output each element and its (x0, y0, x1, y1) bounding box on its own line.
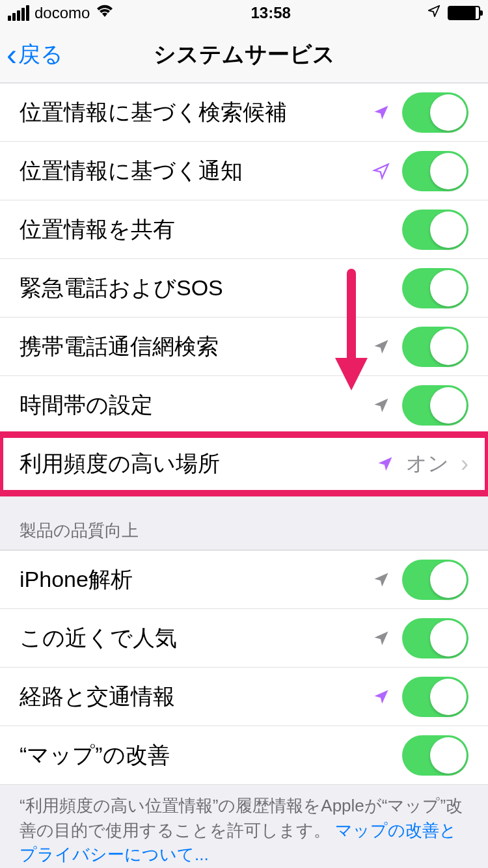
row-accessory (372, 560, 468, 600)
toggle-switch[interactable] (402, 618, 468, 658)
status-time: 13:58 (251, 4, 291, 22)
location-arrow-icon (372, 338, 390, 356)
chevron-left-icon: ‹ (7, 39, 17, 70)
status-bar: docomo 13:58 (0, 0, 488, 26)
location-arrow-icon (372, 103, 390, 122)
wifi-icon (95, 4, 115, 22)
toggle-switch[interactable] (402, 151, 468, 191)
row-significant-locations[interactable]: 利用頻度の高い場所 オン › (0, 435, 488, 493)
settings-group-2: iPhone解析 この近くで人気 経路と交通情報 “マップ”の改善 (0, 550, 488, 785)
settings-row[interactable]: この近くで人気 (0, 609, 488, 668)
toggle-switch[interactable] (402, 677, 468, 717)
row-accessory (402, 735, 468, 776)
toggle-switch[interactable] (402, 327, 468, 367)
signal-icon (8, 5, 29, 21)
status-right (427, 4, 480, 22)
row-label: 位置情報に基づく検索候補 (20, 98, 372, 128)
settings-row[interactable]: 経路と交通情報 (0, 668, 488, 726)
toggle-switch[interactable] (402, 268, 468, 308)
row-label: 経路と交通情報 (20, 682, 372, 712)
row-label: 位置情報を共有 (20, 215, 402, 245)
row-label: 時間帯の設定 (20, 390, 372, 420)
location-arrow-icon (372, 162, 390, 180)
settings-row[interactable]: 緊急電話およびSOS (0, 259, 488, 318)
settings-row[interactable]: “マップ”の改善 (0, 726, 488, 785)
row-accessory (402, 268, 468, 308)
settings-row[interactable]: 携帯電話通信網検索 (0, 318, 488, 376)
carrier-label: docomo (34, 4, 90, 22)
row-label: 緊急電話およびSOS (20, 273, 402, 303)
settings-row[interactable]: 位置情報に基づく通知 (0, 142, 488, 200)
row-label: “マップ”の改善 (20, 740, 402, 770)
back-label: 戻る (18, 40, 63, 70)
section-header-quality: 製品の品質向上 (0, 493, 488, 550)
settings-row[interactable]: iPhone解析 (0, 550, 488, 609)
row-label: この近くで人気 (20, 623, 372, 653)
location-arrow-icon (372, 396, 390, 414)
battery-icon (448, 6, 480, 20)
toggle-switch[interactable] (402, 735, 468, 776)
row-accessory (402, 210, 468, 250)
row-label: 位置情報に基づく通知 (20, 156, 372, 186)
row-accessory (372, 92, 468, 133)
location-arrow-icon (372, 688, 390, 706)
settings-row[interactable]: 位置情報を共有 (0, 200, 488, 259)
settings-group-1: 位置情報に基づく検索候補 位置情報に基づく通知 位置情報を共有 緊急電話およびS… (0, 83, 488, 435)
back-button[interactable]: ‹ 戻る (0, 39, 63, 70)
row-label: 利用頻度の高い場所 (20, 449, 376, 479)
location-arrow-icon (376, 455, 394, 473)
location-arrow-icon (372, 629, 390, 647)
row-accessory (372, 151, 468, 191)
row-accessory: オン › (376, 450, 468, 478)
chevron-right-icon: › (461, 450, 468, 478)
row-accessory (372, 677, 468, 717)
status-left: docomo (8, 4, 115, 22)
row-value: オン (406, 450, 449, 478)
location-status-icon (427, 4, 441, 22)
row-label: 携帯電話通信網検索 (20, 332, 372, 362)
row-accessory (372, 385, 468, 426)
settings-row[interactable]: 位置情報に基づく検索候補 (0, 83, 488, 142)
toggle-switch[interactable] (402, 385, 468, 426)
settings-row[interactable]: 時間帯の設定 (0, 376, 488, 435)
row-accessory (372, 618, 468, 658)
toggle-switch[interactable] (402, 560, 468, 600)
row-accessory (372, 327, 468, 367)
nav-bar: ‹ 戻る システムサービス (0, 26, 488, 83)
footer-text: “利用頻度の高い位置情報”の履歴情報をAppleが“マップ”改善の目的で使用する… (0, 785, 488, 868)
page-title: システムサービス (0, 40, 488, 70)
location-arrow-icon (372, 571, 390, 589)
toggle-switch[interactable] (402, 92, 468, 133)
toggle-switch[interactable] (402, 210, 468, 250)
row-label: iPhone解析 (20, 565, 372, 595)
